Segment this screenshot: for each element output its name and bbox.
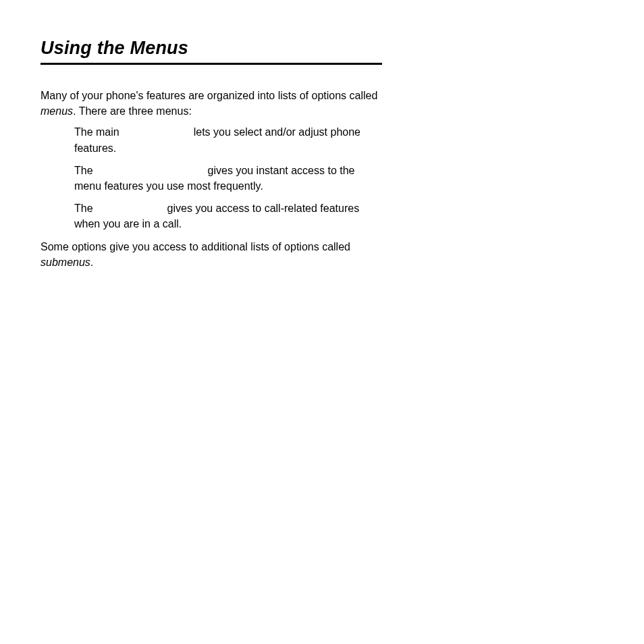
body-text: Many of your phone's features are organi… [41,88,382,270]
bullet-post: gives you access to call-related feature… [74,203,359,230]
page: Using the Menus Many of your phone's fea… [0,0,644,270]
list-item: Thegives you access to call-related feat… [74,200,382,232]
outro-pre: Some options give you access to addition… [41,241,350,252]
bullet-pre: The [74,165,93,176]
page-title: Using the Menus [41,38,382,59]
heading-rule: Using the Menus [41,38,382,65]
intro-paragraph: Many of your phone's features are organi… [41,88,382,119]
list-item: Thegives you instant access to the menu … [74,163,382,194]
intro-pre: Many of your phone's features are organi… [41,90,377,101]
outro-paragraph: Some options give you access to addition… [41,239,382,270]
outro-italic: submenus [41,257,90,268]
list-item: The mainlets you select and/or adjust ph… [74,124,382,155]
bullet-post: gives you instant access to the menu fea… [74,165,354,192]
bullet-pre: The [74,203,93,214]
intro-italic: menus [41,105,73,117]
intro-post: . There are three menus: [73,105,192,117]
bullet-pre: The main [74,126,119,138]
outro-post: . [90,257,93,268]
bullet-list: The mainlets you select and/or adjust ph… [41,124,382,232]
